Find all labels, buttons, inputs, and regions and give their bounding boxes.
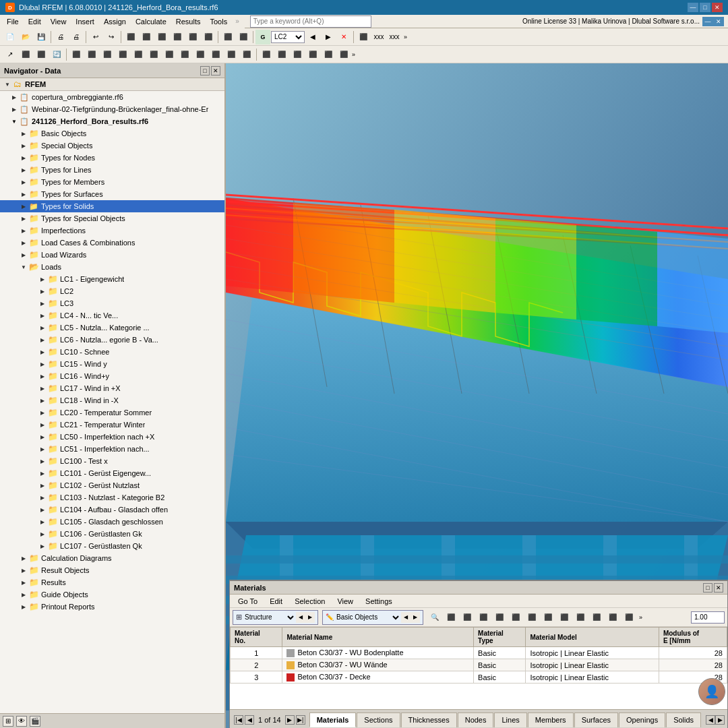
- tb2-16[interactable]: ⬛: [239, 47, 254, 62]
- rfem-root[interactable]: ▼ 🗂 RFEM: [0, 78, 224, 91]
- tb3[interactable]: ⬛: [154, 30, 169, 44]
- tab-first-btn[interactable]: |◀: [234, 715, 243, 725]
- menu-edit[interactable]: Edit: [24, 17, 45, 26]
- tb2-6[interactable]: ⬛: [84, 47, 99, 62]
- tb7[interactable]: ⬛: [220, 30, 235, 44]
- redo-btn[interactable]: ↪: [104, 30, 119, 44]
- tab-nodes[interactable]: Nodes: [458, 712, 494, 727]
- nav-item-types-lines[interactable]: ▶ 📁 Types for Lines: [0, 164, 224, 176]
- nav-item-result-objects[interactable]: ▶ 📁 Result Objects: [0, 564, 224, 576]
- panel-menu-view[interactable]: View: [332, 597, 359, 606]
- tab-last-btn[interactable]: ▶|: [296, 715, 305, 725]
- tb2-1[interactable]: ↗: [3, 47, 18, 62]
- tab-scroll-right[interactable]: ▶: [715, 715, 725, 725]
- nav-item-results[interactable]: ▶ 📁 Results: [0, 576, 224, 588]
- minimize-button[interactable]: —: [688, 3, 698, 12]
- tb9[interactable]: G: [255, 30, 270, 44]
- tb2-4[interactable]: 🔄: [49, 47, 64, 62]
- nav-item-printout-reports[interactable]: ▶ 📁 Printout Reports: [0, 601, 224, 613]
- tb2-13[interactable]: ⬛: [193, 47, 208, 62]
- panel-close-btn[interactable]: ✕: [714, 583, 723, 593]
- panel-tb12[interactable]: ⬛: [621, 610, 636, 625]
- undo-btn[interactable]: ↩: [88, 30, 103, 44]
- structure-combo[interactable]: Structure: [242, 611, 296, 624]
- nav-icon-3[interactable]: 🎬: [30, 716, 40, 727]
- tb2-20[interactable]: ⬛: [305, 47, 320, 62]
- panel-tb9[interactable]: ⬛: [573, 610, 588, 625]
- tab-sections[interactable]: Sections: [357, 712, 400, 727]
- viewport[interactable]: Materials □ ✕ Go To Edit Selection View …: [226, 63, 728, 728]
- menu-calculate[interactable]: Calculate: [131, 17, 171, 26]
- titlebar-controls[interactable]: — □ ✕: [688, 3, 723, 12]
- basic-next-btn[interactable]: ▶: [411, 612, 420, 623]
- panel-tb11[interactable]: ⬛: [605, 610, 620, 625]
- nav-item-types-surfaces[interactable]: ▶ 📁 Types for Surfaces: [0, 188, 224, 200]
- lc-item-11[interactable]: ▶ 📁 LC20 - Temperatur Sommer: [0, 406, 224, 419]
- lc-item-20[interactable]: ▶ 📁 LC105 - Glasdach geschlossen: [0, 516, 224, 528]
- nav-item-load-wizards[interactable]: ▶ 📁 Load Wizards: [0, 249, 224, 261]
- save-btn[interactable]: 💾: [34, 30, 49, 44]
- nav-icon-2[interactable]: 👁: [16, 716, 27, 727]
- close-button[interactable]: ✕: [712, 3, 723, 12]
- nav-item-calc-diagrams[interactable]: ▶ 📁 Calculation Diagrams: [0, 552, 224, 564]
- panel-tb5[interactable]: ⬛: [508, 610, 523, 625]
- panel-restore-btn[interactable]: □: [703, 583, 712, 593]
- tb2-7[interactable]: ⬛: [100, 47, 115, 62]
- struct-prev-btn[interactable]: ◀: [296, 612, 305, 623]
- nav-close-btn[interactable]: ✕: [211, 66, 220, 75]
- lc-item-15[interactable]: ▶ 📁 LC100 - Test x: [0, 455, 224, 467]
- tb2-14[interactable]: ⬛: [208, 47, 223, 62]
- tb6[interactable]: ⬛: [201, 30, 216, 44]
- lc-item-14[interactable]: ▶ 📁 LC51 - Imperfektion nach...: [0, 443, 224, 455]
- tab-thicknesses[interactable]: Thicknesses: [401, 712, 457, 727]
- tb4[interactable]: ⬛: [170, 30, 185, 44]
- tb12[interactable]: xxx: [387, 30, 402, 44]
- tb2-18[interactable]: ⬛: [274, 47, 289, 62]
- lc-item-18[interactable]: ▶ 📁 LC103 - Nutzlast - Kategorie B2: [0, 491, 224, 504]
- tab-scroll-left[interactable]: ◀: [706, 715, 715, 725]
- lc-item-5[interactable]: ▶ 📁 LC6 - Nutzla... egorie B - Va...: [0, 334, 224, 346]
- nav-item-types-solids[interactable]: ▶ 📁 Types for Solids: [0, 200, 224, 212]
- panel-tb6[interactable]: ⬛: [524, 610, 539, 625]
- nav-item-guide-objects[interactable]: ▶ 📁 Guide Objects: [0, 588, 224, 601]
- nav-item-special-objects[interactable]: ▶ 📁 Special Objects: [0, 140, 224, 152]
- tab-members[interactable]: Members: [528, 712, 574, 727]
- tb-stop[interactable]: ✕: [336, 30, 351, 44]
- lc-item-7[interactable]: ▶ 📁 LC15 - Wind y: [0, 358, 224, 370]
- panel-tb1[interactable]: ⬛: [444, 610, 458, 625]
- panel-menu-goto[interactable]: Go To: [233, 597, 263, 606]
- lc-item-6[interactable]: ▶ 📁 LC10 - Schnee: [0, 346, 224, 358]
- tb2-5[interactable]: ⬛: [69, 47, 84, 62]
- menu-view[interactable]: View: [47, 17, 71, 26]
- tb2-17[interactable]: ⬛: [259, 47, 274, 62]
- tb11[interactable]: xxx: [371, 30, 386, 44]
- tb8[interactable]: ⬛: [236, 30, 251, 44]
- tb2-10[interactable]: ⬛: [146, 47, 161, 62]
- tb2-15[interactable]: ⬛: [224, 47, 239, 62]
- tab-lines[interactable]: Lines: [494, 712, 526, 727]
- print2-btn[interactable]: 🖨: [69, 30, 84, 44]
- lc-item-3[interactable]: ▶ 📁 LC4 - N... tic Ve...: [0, 309, 224, 322]
- lc-item-4[interactable]: ▶ 📁 LC5 - Nutzla... Kategorie ...: [0, 322, 224, 334]
- basic-prev-btn[interactable]: ◀: [401, 612, 411, 623]
- nav-header-controls[interactable]: □ ✕: [200, 66, 220, 75]
- tb5[interactable]: ⬛: [185, 30, 200, 44]
- tab-openings[interactable]: Openings: [619, 712, 665, 727]
- tb10[interactable]: ⬛: [356, 30, 371, 44]
- panel-menu-settings[interactable]: Settings: [360, 597, 398, 606]
- basic-objects-combo[interactable]: Basic Objects: [334, 611, 401, 624]
- table-row[interactable]: 3 Beton C30/37 - Decke Basic Isotropic |…: [231, 671, 727, 684]
- lc-item-1[interactable]: ▶ 📁 LC2: [0, 285, 224, 297]
- lc-item-12[interactable]: ▶ 📁 LC21 - Temperatur Winter: [0, 419, 224, 431]
- panel-tb4[interactable]: ⬛: [492, 610, 507, 625]
- panel-menu-selection[interactable]: Selection: [289, 597, 330, 606]
- lc-item-10[interactable]: ▶ 📁 LC18 - Wind in -X: [0, 394, 224, 406]
- online-min[interactable]: —: [702, 17, 713, 26]
- nav-item-loads[interactable]: ▼ 📂 Loads: [0, 261, 224, 273]
- online-close[interactable]: ✕: [713, 17, 724, 26]
- lc-item-21[interactable]: ▶ 📁 LC106 - Gerüstlasten Gk: [0, 528, 224, 540]
- lc-item-16[interactable]: ▶ 📁 LC101 - Gerüst Eigengew...: [0, 467, 224, 479]
- nav-item-basic-objects[interactable]: ▶ 📁 Basic Objects: [0, 127, 224, 140]
- menu-results[interactable]: Results: [172, 17, 205, 26]
- lc-item-8[interactable]: ▶ 📁 LC16 - Wind+y: [0, 370, 224, 382]
